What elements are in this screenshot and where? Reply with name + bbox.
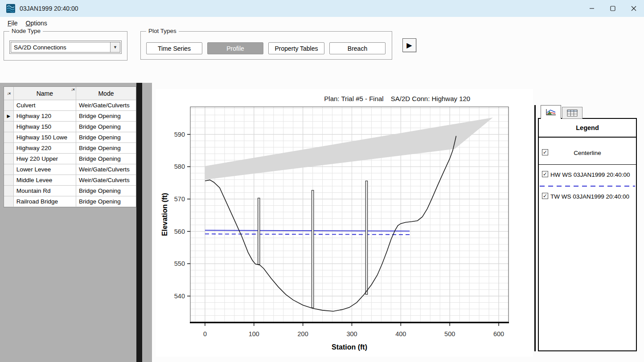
row-selector-cell[interactable]	[4, 100, 14, 111]
name-cell[interactable]: Highway 120	[14, 111, 76, 122]
dropdown-arrow-icon[interactable]: ▼	[110, 42, 120, 52]
node-table-body: CulvertWeir/Gate/Culverts▶Highway 120Bri…	[4, 100, 136, 207]
row-selector-cell[interactable]	[4, 175, 14, 186]
y-tick-label: 560	[174, 228, 185, 235]
legend-checkbox[interactable]: ✓	[542, 149, 548, 155]
table-row[interactable]: Hwy 220 UpperBridge Opening	[4, 154, 136, 164]
x-axis-label: Station (ft)	[332, 343, 367, 351]
name-cell[interactable]: Middle Levee	[14, 175, 76, 186]
y-tick-label: 570	[174, 195, 185, 203]
name-cell[interactable]: Highway 220	[14, 143, 76, 154]
maximize-button[interactable]	[602, 0, 623, 17]
legend-checkbox[interactable]: ✓	[542, 171, 548, 177]
mode-cell[interactable]: Bridge Opening	[76, 154, 136, 164]
minimize-icon	[589, 6, 595, 11]
node-type-group: Node Type SA/2D Connections ▼	[4, 31, 127, 61]
hw-ws-line	[205, 230, 410, 231]
menu-file[interactable]: File	[4, 18, 21, 28]
table-row[interactable]: Highway 220Bridge Opening	[4, 143, 136, 154]
table-icon	[567, 110, 578, 117]
table-row[interactable]: Lower LeveeWeir/Gate/Culverts	[4, 164, 136, 175]
legend-title: Legend	[539, 124, 636, 131]
row-selector-cell[interactable]	[4, 122, 14, 132]
pin-filter-icon[interactable]: ↓×	[71, 87, 74, 92]
x-tick-label: 200	[298, 330, 308, 338]
name-cell[interactable]: Lower Levee	[14, 164, 76, 175]
mode-cell[interactable]: Weir/Gate/Culverts	[76, 175, 136, 186]
menu-bar: FileOptions	[0, 17, 644, 29]
title-bar: 03JAN1999 20:40:00	[0, 0, 644, 17]
plot-types-group-label: Plot Types	[146, 28, 179, 34]
legend-entry: ✓Centerline	[539, 148, 636, 157]
menu-options[interactable]: Options	[23, 18, 50, 28]
bridge-pier	[365, 181, 367, 294]
name-cell[interactable]: Mountain Rd	[14, 186, 76, 196]
mode-cell[interactable]: Bridge Opening	[76, 143, 136, 154]
legend-line-sample	[539, 164, 636, 165]
maximize-icon	[610, 6, 615, 11]
row-selector-cell[interactable]	[4, 143, 14, 154]
plot-type-breach[interactable]: Breach	[329, 42, 386, 54]
table-row[interactable]: Highway 150 LoweBridge Opening	[4, 132, 136, 143]
legend-divider	[534, 105, 536, 351]
minimize-button[interactable]	[581, 0, 602, 17]
x-axis-line	[190, 322, 509, 323]
node-type-group-label: Node Type	[9, 28, 43, 34]
column-header-mode-label: Mode	[98, 90, 114, 97]
table-row[interactable]: Mountain RdBridge Opening	[4, 186, 136, 196]
plot-type-profile[interactable]: Profile	[207, 42, 263, 54]
name-cell[interactable]: Highway 150	[14, 122, 76, 132]
mode-cell[interactable]: Weir/Gate/Culverts	[76, 100, 136, 111]
pin-filter-icon[interactable]: ↓×	[7, 91, 11, 96]
table-row[interactable]: Railroad BridgeBridge Opening	[4, 196, 136, 207]
tw-ws-line	[205, 234, 410, 235]
play-button[interactable]: ▶	[402, 38, 416, 52]
mode-cell[interactable]: Bridge Opening	[76, 196, 136, 207]
node-type-dropdown[interactable]: SA/2D Connections ▼	[9, 41, 122, 54]
row-selector-cell[interactable]	[4, 132, 14, 143]
legend-label: TW WS 03JAN1999 20:40:00	[550, 193, 629, 200]
mode-cell[interactable]: Bridge Opening	[76, 122, 136, 132]
plot-type-property-tables[interactable]: Property Tables	[268, 42, 324, 54]
column-header-mode[interactable]: Mode	[76, 87, 136, 100]
x-tick-label: 0	[203, 330, 207, 338]
table-row[interactable]: Middle LeveeWeir/Gate/Culverts	[4, 175, 136, 186]
mode-cell[interactable]: Bridge Opening	[76, 132, 136, 143]
plot-types-group: Plot Types Time SeriesProfileProperty Ta…	[140, 31, 392, 60]
y-axis-label: Elevation (ft)	[161, 193, 168, 236]
table-corner-cell[interactable]: ↓×	[4, 87, 14, 100]
legend-entry: ✓HW WS 03JAN1999 20:40:00	[539, 170, 636, 179]
row-selector-cell[interactable]	[4, 196, 14, 207]
close-icon	[631, 6, 636, 11]
window-controls	[581, 0, 644, 17]
name-cell[interactable]: Culvert	[14, 100, 76, 111]
tab-table-view[interactable]	[562, 107, 582, 119]
table-row[interactable]: Highway 150Bridge Opening	[4, 122, 136, 132]
tab-chart-view[interactable]	[541, 105, 561, 119]
name-cell[interactable]: Railroad Bridge	[14, 196, 76, 207]
row-selector-cell[interactable]	[4, 154, 14, 164]
legend-entries: ✓Centerline✓HW WS 03JAN1999 20:40:00✓TW …	[539, 148, 636, 201]
divider-strip	[136, 83, 142, 362]
column-header-name[interactable]: Name ↓×	[14, 87, 76, 100]
plot-type-buttons: Time SeriesProfileProperty TablesBreach	[146, 42, 386, 54]
plot-type-time-series[interactable]: Time Series	[146, 42, 202, 54]
row-selector-cell[interactable]: ▶	[4, 111, 14, 122]
legend-tabs	[541, 105, 582, 119]
name-cell[interactable]: Hwy 220 Upper	[14, 154, 76, 164]
chart-title-conn: SA/2D Conn: Highway 120	[391, 95, 470, 102]
table-row[interactable]: CulvertWeir/Gate/Culverts	[4, 100, 136, 111]
mode-cell[interactable]: Weir/Gate/Culverts	[76, 164, 136, 175]
x-tick-label: 500	[444, 330, 455, 338]
close-button[interactable]	[623, 0, 644, 17]
bridge-pier	[258, 198, 260, 264]
table-row[interactable]: ▶Highway 120Bridge Opening	[4, 111, 136, 122]
mode-cell[interactable]: Bridge Opening	[76, 186, 136, 196]
row-selector-cell[interactable]	[4, 186, 14, 196]
x-tick-label: 600	[493, 330, 504, 338]
x-tick-label: 100	[249, 330, 259, 338]
name-cell[interactable]: Highway 150 Lowe	[14, 132, 76, 143]
mode-cell[interactable]: Bridge Opening	[76, 111, 136, 122]
legend-checkbox[interactable]: ✓	[542, 193, 548, 199]
row-selector-cell[interactable]	[4, 164, 14, 175]
